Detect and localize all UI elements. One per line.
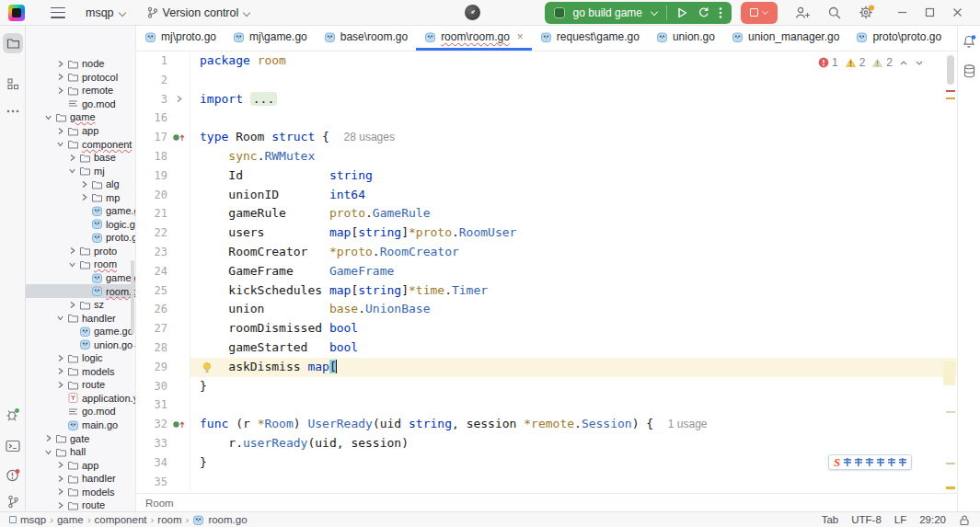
line-number[interactable]: 28 bbox=[136, 338, 167, 358]
scroll-stripe-mark[interactable] bbox=[946, 90, 955, 92]
current-scope[interactable]: Room bbox=[145, 498, 174, 509]
chevron-down-icon[interactable] bbox=[43, 447, 53, 457]
code-line-19[interactable]: 19 Id string bbox=[136, 166, 957, 186]
line-number[interactable]: 22 bbox=[136, 223, 167, 243]
tree-item-component[interactable]: component bbox=[26, 137, 135, 151]
tree-item-game[interactable]: game bbox=[26, 110, 135, 124]
breadcrumb-item-msqp[interactable]: msqp bbox=[20, 514, 46, 525]
ime-emoji-icon[interactable] bbox=[888, 458, 895, 466]
editor-tab[interactable]: request\game.go bbox=[532, 26, 648, 51]
code-line-24[interactable]: 24 GameFrame GameFrame bbox=[136, 262, 957, 281]
code-line-21[interactable]: 21 gameRule proto.GameRule bbox=[136, 204, 957, 223]
line-number[interactable]: 23 bbox=[136, 243, 167, 262]
tree-item-go.mod[interactable]: go.mod bbox=[26, 405, 135, 418]
maximize-button[interactable] bbox=[916, 1, 943, 25]
problems-toolwindow-button[interactable] bbox=[3, 465, 23, 486]
scroll-stripe-mark[interactable] bbox=[946, 411, 955, 413]
tree-item-main.go[interactable]: main.go bbox=[26, 418, 135, 432]
line-number[interactable]: 1 bbox=[136, 52, 167, 71]
notifications-button[interactable] bbox=[959, 31, 979, 52]
line-number[interactable]: 27 bbox=[136, 319, 167, 338]
scroll-stripe-mark[interactable] bbox=[943, 361, 955, 385]
line-number[interactable]: 25 bbox=[136, 281, 167, 301]
chevron-right-icon[interactable] bbox=[55, 474, 65, 484]
tree-item-gate[interactable]: gate bbox=[26, 431, 135, 445]
tree-item-mj[interactable]: mj bbox=[26, 164, 135, 178]
line-number[interactable]: 34 bbox=[136, 453, 167, 473]
tree-item-game.go[interactable]: game.go bbox=[26, 271, 135, 285]
implementations-gutter-icon[interactable] bbox=[172, 418, 186, 430]
breadcrumb-item-component[interactable]: component bbox=[95, 514, 147, 525]
chevron-right-icon[interactable] bbox=[55, 500, 65, 510]
code-line-22[interactable]: 22 users map[string]*proto.RoomUser bbox=[136, 223, 957, 243]
intention-bulb-icon[interactable] bbox=[202, 361, 213, 374]
main-menu-icon[interactable] bbox=[51, 7, 65, 18]
line-number[interactable]: 29 bbox=[136, 358, 167, 377]
line-number[interactable]: 30 bbox=[136, 377, 167, 396]
chevron-right-icon[interactable] bbox=[55, 380, 65, 390]
editor-tab[interactable]: mj\game.go bbox=[225, 26, 316, 51]
editor-tab[interactable]: union.go bbox=[648, 26, 723, 51]
close-button[interactable] bbox=[943, 1, 971, 25]
line-number[interactable]: 17 bbox=[136, 128, 167, 147]
more-toolwindows-button[interactable] bbox=[3, 101, 23, 121]
more-run-options-icon[interactable] bbox=[719, 6, 722, 19]
tree-item-models[interactable]: models bbox=[26, 486, 135, 499]
run-widget[interactable]: go build game bbox=[545, 2, 732, 24]
chevron-right-icon[interactable] bbox=[79, 192, 89, 202]
ime-toolbar[interactable]: S bbox=[828, 454, 912, 470]
scroll-stripe-mark[interactable] bbox=[946, 463, 955, 464]
line-number[interactable]: 26 bbox=[136, 300, 167, 319]
line-number[interactable]: 21 bbox=[136, 204, 167, 223]
code-line-35[interactable]: 35 bbox=[136, 473, 957, 492]
chevron-right-icon[interactable] bbox=[55, 59, 65, 69]
code-line-20[interactable]: 20 unionID int64 bbox=[136, 186, 957, 205]
ime-toolbox-icon[interactable] bbox=[899, 458, 906, 466]
chevron-right-icon[interactable] bbox=[55, 460, 65, 470]
breadcrumb-item-room.go[interactable]: room.go bbox=[208, 514, 247, 525]
chevron-right-icon[interactable] bbox=[55, 86, 65, 96]
scroll-stripe-mark[interactable] bbox=[946, 487, 955, 489]
tree-item-alg[interactable]: alg bbox=[26, 178, 135, 191]
tree-item-logic[interactable]: logic bbox=[26, 351, 135, 365]
editor-tab[interactable]: room\room.go× bbox=[416, 26, 532, 51]
code-line-17[interactable]: 17type Room struct { 28 usages bbox=[136, 128, 957, 147]
tree-item-models[interactable]: models bbox=[26, 365, 135, 379]
code-line-33[interactable]: 33 r.userReady(uid, session) bbox=[136, 434, 957, 453]
tree-item-base[interactable]: base bbox=[26, 151, 135, 165]
vcs-toolwindow-button[interactable] bbox=[3, 491, 23, 511]
tree-item-route[interactable]: route bbox=[26, 378, 135, 392]
tree-item-remote[interactable]: remote bbox=[26, 84, 135, 97]
line-number[interactable]: 32 bbox=[136, 415, 167, 434]
rerun-button[interactable] bbox=[697, 6, 710, 19]
code-line-23[interactable]: 23 RoomCreator *proto.RoomCreator bbox=[136, 243, 957, 262]
ime-lang-icon[interactable] bbox=[844, 458, 851, 466]
terminal-toolwindow-button[interactable] bbox=[3, 436, 23, 456]
status-lf[interactable]: LF bbox=[894, 514, 906, 525]
breadcrumb-item-game[interactable]: game bbox=[57, 514, 84, 525]
ime-mic-icon[interactable] bbox=[866, 458, 873, 466]
code-with-me-button[interactable] bbox=[794, 6, 811, 20]
tree-item-application.yml[interactable]: application.yml bbox=[26, 392, 135, 406]
code-line-18[interactable]: 18 sync.RWMutex bbox=[136, 147, 957, 166]
prev-problem-button[interactable] bbox=[899, 59, 908, 67]
chevron-down-icon[interactable] bbox=[55, 313, 65, 323]
tree-item-route[interactable]: route bbox=[26, 498, 135, 511]
tree-item-union.go[interactable]: union.go— bbox=[26, 338, 135, 351]
tree-item-app[interactable]: app bbox=[26, 124, 135, 138]
code-line-3[interactable]: 3import ... bbox=[136, 90, 957, 109]
tree-item-sz[interactable]: sz bbox=[26, 298, 135, 312]
editor-tab[interactable]: mj\proto.go bbox=[136, 26, 225, 51]
editor-tab[interactable]: base\room.go bbox=[316, 26, 416, 51]
chevron-right-icon[interactable] bbox=[67, 246, 77, 256]
line-number[interactable]: 24 bbox=[136, 262, 167, 281]
tree-item-handler[interactable]: handler bbox=[26, 472, 135, 486]
project-scrollbar[interactable] bbox=[131, 260, 134, 334]
chevron-right-icon[interactable] bbox=[79, 179, 89, 189]
chevron-right-icon[interactable] bbox=[43, 433, 53, 443]
line-number[interactable]: 16 bbox=[136, 109, 167, 128]
tree-item-node[interactable]: node bbox=[26, 57, 135, 71]
chevron-down-icon[interactable] bbox=[67, 259, 77, 269]
chevron-right-icon[interactable] bbox=[55, 353, 65, 363]
chevron-right-icon[interactable] bbox=[55, 487, 65, 497]
